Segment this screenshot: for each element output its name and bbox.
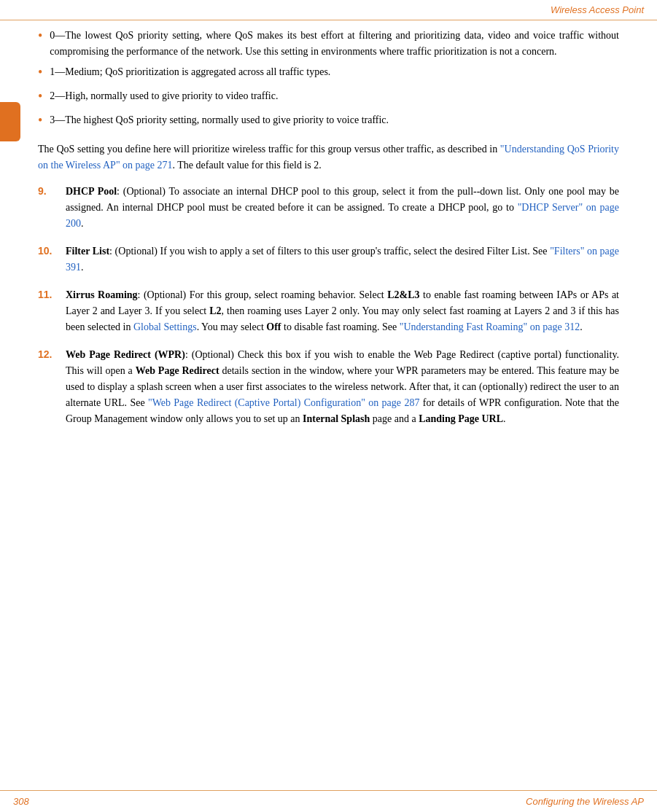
item-12-term: Web Page Redirect (WPR) [66,349,185,360]
numbered-item-10: 10. Filter List: (Optional) If you wish … [38,243,619,276]
bullet-1-text: 1—Medium; QoS prioritization is aggregat… [50,64,619,80]
bullet-icon: • [38,63,42,83]
item-11-text1: (Optional) For this group, select roamin… [144,289,387,300]
item-11-off: Off [266,321,281,332]
bullet-2-text: 2—High, normally used to give priority t… [50,88,619,104]
item-11-end: . [580,321,583,332]
bullet-0-text: 0—The lowest QoS priority setting, where… [50,28,619,59]
item-12-sep: : [185,349,192,360]
item-9-term: DHCP Pool [66,186,117,197]
item-9-sep: : [117,186,123,197]
item-10-term: Filter List [66,246,109,257]
item-12-wpr-bold: Web Page Redirect [136,365,219,376]
item-12-internal-splash: Internal Splash [303,413,370,424]
item-11-text5: to disable fast roaming. See [281,321,400,332]
numbered-item-9: 9. DHCP Pool: (Optional) To associate an… [38,184,619,232]
list-item: • 2—High, normally used to give priority… [38,88,619,107]
header-title: Wireless Access Point [551,4,644,15]
item-12-content: Web Page Redirect (WPR): (Optional) Chec… [66,347,619,427]
item-10-sep: : [109,246,115,257]
page-footer: 308 Configuring the Wireless AP [0,790,657,812]
numbered-item-11: 11. Xirrus Roaming: (Optional) For this … [38,287,619,335]
bullet-icon: • [38,26,42,47]
qos-bullet-list: • 0—The lowest QoS priority setting, whe… [38,28,619,131]
item-11-content: Xirrus Roaming: (Optional) For this grou… [66,287,619,335]
main-content: • 0—The lowest QoS priority setting, whe… [0,20,657,475]
bullet-icon: • [38,87,42,107]
item-number-12: 12. [38,347,66,363]
item-number-10: 10. [38,243,66,259]
qos-para-before: The QoS setting you define here will pri… [38,144,500,155]
qos-para-after: . The default value for this field is 2. [173,160,322,171]
list-item: • 3—The highest QoS priority setting, no… [38,112,619,131]
item-9-end: . [81,218,84,229]
item-11-text4: . You may select [197,321,267,332]
item-11-sep: : [138,289,144,300]
item-11-l2l3: L2&L3 [387,289,419,300]
footer-page-number: 308 [13,796,29,807]
item-9-content: DHCP Pool: (Optional) To associate an in… [66,184,619,232]
item-10-content: Filter List: (Optional) If you wish to a… [66,243,619,276]
page-header: Wireless Access Point [0,0,657,20]
qos-para: The QoS setting you define here will pri… [38,141,619,173]
item-11-link2[interactable]: "Understanding Fast Roaming" on page 312 [400,321,580,332]
footer-section-title: Configuring the Wireless AP [526,796,644,807]
numbered-item-12: 12. Web Page Redirect (WPR): (Optional) … [38,347,619,427]
item-12-text4: page and a [370,413,419,424]
item-11-link1[interactable]: Global Settings [133,321,197,332]
item-12-end: . [503,413,506,424]
bullet-3-text: 3—The highest QoS priority setting, norm… [50,112,619,128]
item-number-11: 11. [38,287,66,303]
list-item: • 0—The lowest QoS priority setting, whe… [38,28,619,59]
list-item: • 1—Medium; QoS prioritization is aggreg… [38,64,619,83]
item-11-l2: L2 [209,305,221,316]
item-12-landing-page: Landing Page URL [419,413,503,424]
item-11-term: Xirrus Roaming [66,289,138,300]
item-10-text: (Optional) If you wish to apply a set of… [115,246,551,257]
item-12-link[interactable]: "Web Page Redirect (Captive Portal) Conf… [148,397,419,408]
item-10-end: . [81,262,84,273]
item-number-9: 9. [38,184,66,200]
side-bookmark-tab [0,102,20,141]
bullet-icon: • [38,111,42,131]
